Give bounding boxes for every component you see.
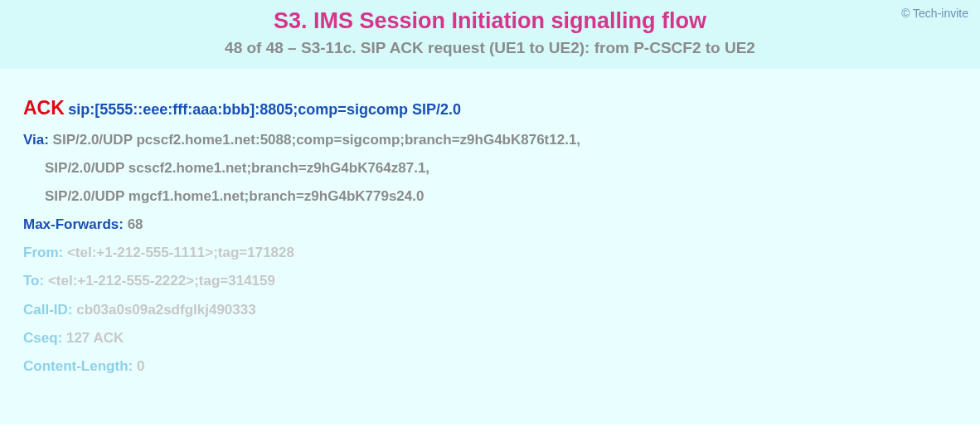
page-subtitle: 48 of 48 – S3-11c. SIP ACK request (UE1 … [17, 39, 963, 57]
page-title: S3. IMS Session Initiation signalling fl… [17, 8, 963, 34]
sip-method: ACK [23, 97, 65, 119]
to-value: <tel:+1-212-555-2222>;tag=314159 [44, 273, 275, 289]
request-line: ACK sip:[5555::eee:fff:aaa:bbb]:8805;com… [23, 97, 957, 119]
call-id-header: Call-ID: cb03a0s09a2sdfglkj490333 [23, 301, 957, 319]
to-header: To: <tel:+1-212-555-2222>;tag=314159 [23, 272, 957, 290]
via-header-line2: SIP/2.0/UDP scscf2.home1.net;branch=z9hG… [45, 159, 957, 177]
from-value: <tel:+1-212-555-1111>;tag=171828 [63, 245, 294, 260]
via-label: Via: [23, 132, 49, 148]
cseq-header: Cseq: 127 ACK [23, 329, 957, 347]
call-id-label: Call-ID: [23, 302, 73, 318]
via-header-line3: SIP/2.0/UDP mgcf1.home1.net;branch=z9hG4… [45, 187, 957, 206]
from-header: From: <tel:+1-212-555-1111>;tag=171828 [23, 244, 957, 262]
to-label: To: [23, 273, 44, 289]
copyright-text: © Tech-invite [901, 7, 968, 20]
content-length-value: 0 [133, 358, 144, 374]
content-length-label: Content-Length: [23, 358, 133, 374]
sip-request-uri: sip:[5555::eee:fff:aaa:bbb]:8805;comp=si… [68, 101, 461, 118]
via-header-line1: Via: SIP/2.0/UDP pcscf2.home1.net:5088;c… [23, 131, 957, 149]
max-forwards-value: 68 [124, 216, 143, 232]
via-value-2: SIP/2.0/UDP scscf2.home1.net;branch=z9hG… [45, 160, 429, 176]
via-value-3: SIP/2.0/UDP mgcf1.home1.net;branch=z9hG4… [45, 188, 424, 204]
max-forwards-header: Max-Forwards: 68 [23, 216, 957, 234]
cseq-value: 127 ACK [62, 330, 124, 346]
cseq-label: Cseq: [23, 330, 62, 346]
max-forwards-label: Max-Forwards: [23, 216, 124, 232]
from-label: From: [23, 245, 63, 260]
via-value-1: SIP/2.0/UDP pcscf2.home1.net:5088;comp=s… [49, 132, 580, 148]
sip-message-content: ACK sip:[5555::eee:fff:aaa:bbb]:8805;com… [0, 69, 980, 425]
call-id-value: cb03a0s09a2sdfglkj490333 [73, 302, 256, 318]
content-length-header: Content-Length: 0 [23, 357, 957, 376]
header-banner: © Tech-invite S3. IMS Session Initiation… [0, 0, 980, 69]
